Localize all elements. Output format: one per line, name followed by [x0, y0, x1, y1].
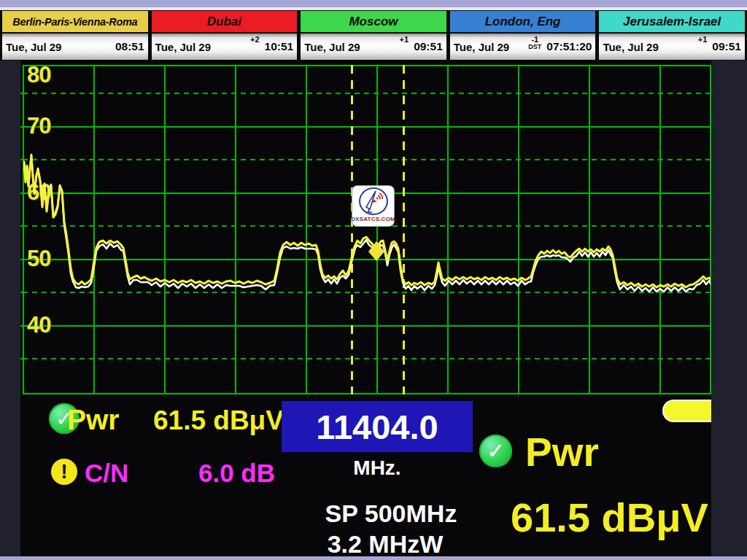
pwr-value: 61.5 dBμV [153, 405, 276, 436]
meter-screenshot-root: Berlin-Paris-Vienna-Roma Tue, Jul 29 08:… [0, 0, 747, 560]
clock-time: 08:51 [115, 40, 144, 53]
y-axis-label-80: 80 [27, 64, 78, 86]
cn-warning-icon: ! [51, 459, 77, 485]
clock-offset-dst: -1 DST [528, 36, 541, 58]
clock-city-label: Moscow [301, 11, 446, 34]
clock-offset: +1 [698, 36, 708, 58]
clock-panel-jerusalem[interactable]: Jerusalem-Israel Tue, Jul 29 +1 09:51 [598, 10, 746, 61]
bandwidth-readout: 3.2 MHzW [239, 530, 531, 556]
spectrum-grid: 80 70 60 50 40 [23, 65, 711, 394]
desktop-bottom-strip [0, 556, 747, 560]
y-axis-label-60: 60 [27, 182, 78, 203]
clock-panel-london[interactable]: London, Eng Tue, Jul 29 -1 DST 07:51:20 [449, 10, 597, 61]
clock-time: 09:51 [414, 40, 443, 53]
clock-date-row: Tue, Jul 29 +1 09:51 [599, 34, 745, 60]
clock-date-row: Tue, Jul 29 08:51 [2, 34, 148, 60]
clock-date: Tue, Jul 29 [454, 41, 509, 53]
frequency-display: 11404.0 [282, 401, 473, 452]
clock-date: Tue, Jul 29 [155, 41, 211, 53]
clock-date-row: Tue, Jul 29 -1 DST 07:51:20 [450, 34, 596, 60]
clock-date: Tue, Jul 29 [6, 41, 61, 53]
softkey-pill-button [662, 400, 711, 422]
clock-offset: +2 [250, 36, 260, 58]
logo-caption: DXSATCS.COM [351, 215, 395, 223]
big-pwr-value: 61.5 dBμV [511, 494, 708, 541]
clock-panel-moscow[interactable]: Moscow Tue, Jul 29 +1 09:51 [300, 10, 447, 61]
clock-date: Tue, Jul 29 [603, 41, 658, 53]
clock-offset: +1 [400, 36, 409, 58]
dxsatcs-logo: DXSATCS.COM [352, 186, 394, 226]
y-axis-label-70: 70 [27, 115, 78, 137]
y-axis-label-50: 50 [27, 248, 78, 270]
clock-city-label: Berlin-Paris-Vienna-Roma [2, 11, 148, 34]
world-clock-bar: Berlin-Paris-Vienna-Roma Tue, Jul 29 08:… [0, 10, 747, 61]
y-axis-label-40: 40 [27, 314, 78, 336]
band-marker-left [351, 65, 353, 394]
frequency-unit: MHz. [282, 456, 473, 480]
spectrum-analyzer-screen: 80 70 60 50 40 [20, 61, 711, 556]
big-pwr-label: Pwr [525, 429, 599, 475]
span-readout: SP 500MHz [245, 499, 537, 528]
clock-panel-berlin[interactable]: Berlin-Paris-Vienna-Roma Tue, Jul 29 08:… [1, 10, 149, 61]
desktop-top-strip [0, 0, 747, 7]
clock-city-label: Jerusalem-Israel [599, 11, 745, 34]
clock-date: Tue, Jul 29 [304, 41, 360, 53]
clock-panel-dubai[interactable]: Dubai Tue, Jul 29 +2 10:51 [151, 10, 298, 61]
clock-date-row: Tue, Jul 29 +1 09:51 [301, 34, 446, 60]
satellite-dish-icon [359, 187, 388, 215]
clock-date-row: Tue, Jul 29 +2 10:51 [152, 34, 298, 60]
clock-time: 07:51:20 [546, 40, 592, 53]
clock-time: 09:51 [712, 40, 741, 53]
big-pwr-ok-check-icon: ✓ [479, 435, 512, 467]
clock-time: 10:51 [265, 40, 294, 53]
cn-label: C/N [85, 459, 128, 488]
band-marker-right [403, 65, 405, 394]
clock-city-label: London, Eng [450, 11, 596, 34]
clock-city-label: Dubai [152, 11, 298, 34]
frequency-value: 11404.0 [316, 407, 438, 447]
pwr-label: Pwr [67, 404, 120, 436]
cn-value: 6.0 dB [152, 459, 275, 488]
